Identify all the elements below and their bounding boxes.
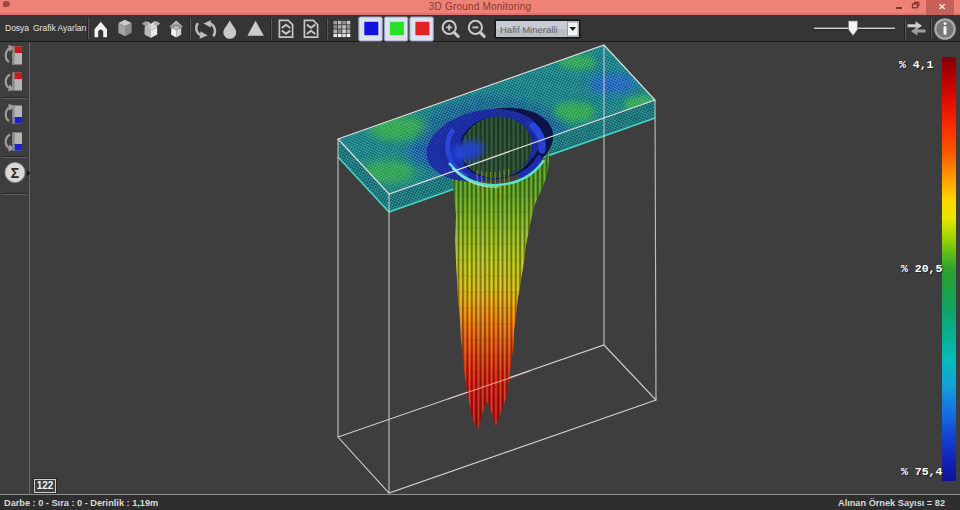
svg-text:Hafif Mineralli: Hafif Mineralli — [500, 24, 558, 35]
svg-text:Σ: Σ — [11, 165, 19, 181]
